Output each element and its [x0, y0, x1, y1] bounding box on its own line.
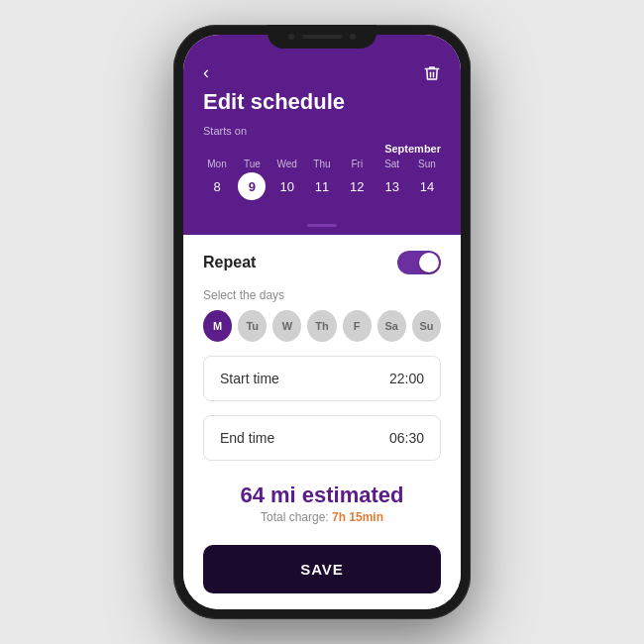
delete-button[interactable]: [417, 64, 441, 82]
phone-screen: ‹ Edit schedule Starts on September: [183, 35, 461, 609]
calendar-days: Mon8Tue9Wed10Thu11Fri12Sat13Sun14: [203, 159, 441, 200]
cal-day-number[interactable]: 9: [238, 172, 266, 200]
repeat-label: Repeat: [203, 254, 256, 271]
day-circle[interactable]: M: [203, 310, 232, 342]
cal-day-number[interactable]: 12: [343, 172, 371, 200]
day-circle[interactable]: W: [272, 310, 301, 342]
end-time-field[interactable]: End time 06:30: [203, 415, 441, 461]
day-circle[interactable]: Th: [307, 310, 336, 342]
cal-day-number[interactable]: 11: [308, 172, 336, 200]
cal-day-number[interactable]: 10: [273, 172, 301, 200]
save-button[interactable]: SAVE: [203, 545, 441, 593]
start-time-label: Start time: [220, 371, 279, 386]
day-circle[interactable]: Su: [412, 310, 441, 342]
cal-day-name: Wed: [276, 159, 296, 169]
calendar-day-col[interactable]: Thu11: [308, 159, 336, 200]
calendar-day-col[interactable]: Tue9: [238, 159, 266, 200]
notch: [268, 25, 376, 49]
end-time-label: End time: [220, 430, 274, 446]
back-button[interactable]: ‹: [203, 62, 227, 83]
calendar-day-col[interactable]: Sat13: [378, 159, 406, 200]
calendar-day-col[interactable]: Mon8: [203, 159, 231, 200]
notch-dot-left: [288, 34, 294, 40]
total-charge: Total charge: 7h 15min: [203, 510, 441, 524]
scroll-bar: [307, 224, 337, 227]
day-circle[interactable]: Tu: [238, 310, 267, 342]
cal-day-name: Mon: [207, 159, 226, 169]
estimated-section: 64 mi estimated Total charge: 7h 15min: [203, 483, 441, 524]
calendar-day-col[interactable]: Wed10: [273, 159, 301, 200]
days-section: Select the days MTuWThFSaSu: [203, 288, 441, 342]
scroll-indicator: [183, 216, 461, 235]
starts-on-label: Starts on: [203, 125, 441, 137]
cal-day-number[interactable]: 8: [203, 172, 231, 200]
charge-time: 7h 15min: [332, 510, 383, 524]
end-time-value: 06:30: [389, 430, 424, 446]
cal-day-name: Fri: [351, 159, 363, 169]
header-section: ‹ Edit schedule Starts on September: [183, 35, 461, 216]
notch-speaker: [302, 35, 342, 39]
trash-icon: [423, 64, 441, 82]
cal-day-name: Sat: [384, 159, 399, 169]
content-section: Repeat Select the days MTuWThFSaSu Start…: [183, 235, 461, 609]
select-days-label: Select the days: [203, 288, 441, 302]
notch-dot-right: [350, 34, 356, 40]
cal-day-name: Thu: [313, 159, 330, 169]
start-time-field[interactable]: Start time 22:00: [203, 356, 441, 401]
total-charge-label: Total charge:: [261, 510, 329, 524]
toggle-knob: [419, 253, 439, 272]
cal-day-name: Sun: [418, 159, 436, 169]
estimated-miles: 64 mi estimated: [203, 483, 441, 508]
cal-day-number[interactable]: 14: [413, 172, 441, 200]
calendar-day-col[interactable]: Fri12: [343, 159, 371, 200]
day-circle[interactable]: Sa: [377, 310, 406, 342]
page-title: Edit schedule: [203, 89, 441, 115]
start-time-value: 22:00: [389, 371, 424, 386]
cal-day-number[interactable]: 13: [378, 172, 406, 200]
calendar-day-col[interactable]: Sun14: [413, 159, 441, 200]
phone-frame: ‹ Edit schedule Starts on September: [173, 25, 471, 619]
cal-day-name: Tue: [244, 159, 261, 169]
day-circle[interactable]: F: [343, 310, 372, 342]
month-label: September: [384, 143, 441, 155]
repeat-row: Repeat: [203, 251, 441, 274]
repeat-toggle[interactable]: [397, 251, 441, 274]
day-circles: MTuWThFSaSu: [203, 310, 441, 342]
